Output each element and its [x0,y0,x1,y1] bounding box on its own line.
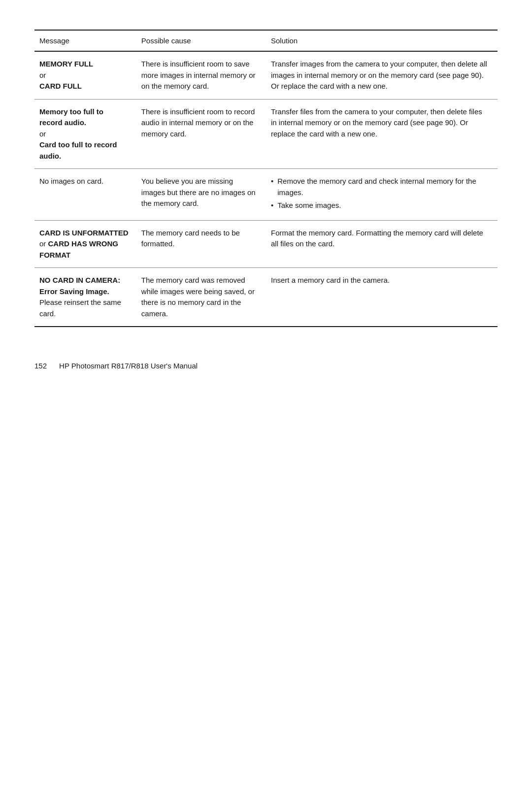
message-text-1: Memory too full to record audio. [39,107,103,127]
message-or-4: or [39,239,48,248]
table-row: Memory too full to record audio. or Card… [34,99,498,169]
cause-cell: You believe you are missing images but t… [136,169,266,221]
solution-cell: Transfer files from the camera to your c… [266,99,498,169]
message-cell: MEMORY FULL or CARD FULL [34,51,136,99]
col-header-cause: Possible cause [136,30,266,51]
cause-cell: The memory card needs to be formatted. [136,220,266,268]
message-or-1: or [39,70,129,81]
message-cell: No images on card. [34,169,136,221]
table-row: No images on card. You believe you are m… [34,169,498,221]
book-title: HP Photosmart R817/R818 User's Manual [59,362,198,370]
solution-cell: Remove the memory card and check interna… [266,169,498,221]
message-cell: Memory too full to record audio. or Card… [34,99,136,169]
table-row: MEMORY FULL or CARD FULL There is insuff… [34,51,498,99]
message-cell: CARD IS UNFORMATTED or CARD HAS WRONG FO… [34,220,136,268]
page-number: 152 [34,362,47,370]
message-text-1: CARD IS UNFORMATTED [39,229,129,237]
message-or-2: or [39,129,129,140]
message-text-1: NO CARD IN CAMERA: Error Saving Image. [39,276,120,296]
message-text-1: MEMORY FULL [39,60,93,68]
bullet-item: Remove the memory card and check interna… [271,176,490,198]
table-row: CARD IS UNFORMATTED or CARD HAS WRONG FO… [34,220,498,268]
bullet-item: Take some images. [271,200,490,211]
message-text-2: Card too full to record audio. [39,140,117,160]
cause-cell: The memory card was removed while images… [136,268,266,327]
col-header-message: Message [34,30,136,51]
page-footer: 152 HP Photosmart R817/R818 User's Manua… [34,357,498,370]
solution-bullet-list: Remove the memory card and check interna… [271,176,490,211]
solution-cell: Format the memory card. Formatting the m… [266,220,498,268]
page-content: Message Possible cause Solution MEMORY F… [34,30,498,370]
bullet-text: Take some images. [277,200,341,211]
message-cell: NO CARD IN CAMERA: Error Saving Image. P… [34,268,136,327]
message-text-2: CARD HAS WRONG FORMAT [39,239,118,259]
solution-cell: Transfer images from the camera to your … [266,51,498,99]
message-text-1: No images on card. [39,177,103,185]
message-text-2: CARD FULL [39,82,82,90]
troubleshooting-table: Message Possible cause Solution MEMORY F… [34,30,498,327]
solution-cell: Insert a memory card in the camera. [266,268,498,327]
bullet-text: Remove the memory card and check interna… [277,176,490,198]
table-row: NO CARD IN CAMERA: Error Saving Image. P… [34,268,498,327]
col-header-solution: Solution [266,30,498,51]
cause-cell: There is insufficient room to save more … [136,51,266,99]
message-text-2: Please reinsert the same card. [39,298,121,318]
cause-cell: There is insufficient room to record aud… [136,99,266,169]
